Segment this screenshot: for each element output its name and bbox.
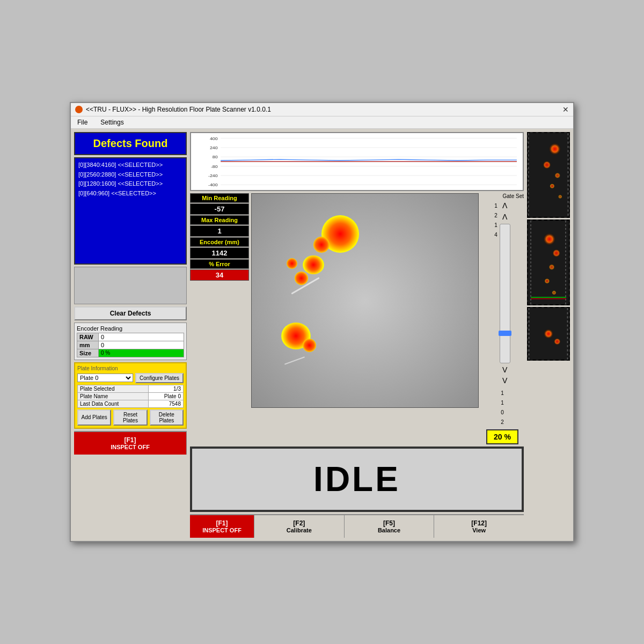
encoder-mm-value: 0 [99, 341, 184, 349]
title-bar: <<TRU - FLUX>> - High Resolution Floor P… [71, 103, 573, 116]
window-title: <<TRU - FLUX>> - High Resolution Floor P… [86, 106, 271, 113]
plate-grid: Plate Selected 1/3 Plate Name Plate 0 La… [77, 385, 184, 408]
error-value: 34 [190, 269, 249, 281]
gate-num-2: 2 [494, 211, 497, 221]
defects-header: Defects Found [74, 132, 187, 155]
f2-key: [F2] [257, 519, 342, 527]
defect-spot-1b [313, 237, 330, 253]
gate-label: Gate Set [481, 193, 524, 199]
center-panel: 400 240 80 -80 -240 -400 Min Reading [190, 132, 524, 538]
f1-button-bottom[interactable]: [F1] INSPECT OFF [190, 515, 254, 538]
f12-button[interactable]: [F12] View [434, 515, 524, 538]
svg-point-17 [550, 184, 555, 189]
gate-num-b2: 1 [501, 398, 504, 408]
f1-label: INSPECT OFF [76, 444, 184, 450]
svg-point-33 [554, 338, 561, 345]
right-thumb-middle [527, 219, 570, 305]
f1-inspect-button[interactable]: [F1] INSPECT OFF [74, 432, 187, 455]
defect-item-0[interactable]: [0][3840:4160] <<SELECTED>> [78, 160, 182, 170]
defect-item-3[interactable]: [0][640:960] <<SELECTED>> [78, 189, 182, 199]
max-reading-label: Max Reading [190, 215, 249, 225]
scan-image [251, 193, 479, 408]
min-reading-value: -57 [190, 203, 249, 215]
gate-num-1: 1 [494, 201, 497, 211]
defect-spot-2 [303, 255, 324, 274]
f1-key-bottom: [F1] [192, 519, 252, 527]
gate-slider-thumb[interactable] [499, 331, 511, 336]
plate-select-row: Plate 0 Configure Plates [77, 373, 184, 383]
left-panel: Defects Found [0][3840:4160] <<SELECTED>… [74, 132, 187, 538]
plate-info-label: Plate Information [77, 365, 184, 371]
add-plates-button[interactable]: Add Plates [77, 409, 111, 426]
svg-point-14 [548, 143, 561, 156]
defect-item-2[interactable]: [0][1280:1600] <<SELECTED>> [78, 179, 182, 189]
gate-up-arrow2[interactable]: Λ [502, 213, 507, 222]
encoder-size-label: Size [77, 349, 99, 357]
bottom-func-bar: [F1] INSPECT OFF [F2] Calibrate [F5] Bal… [190, 514, 524, 538]
defect-spot-3 [295, 272, 308, 285]
f5-key: [F5] [347, 519, 432, 527]
gate-up-arrow1[interactable]: Λ [502, 201, 507, 210]
defect-item-1[interactable]: [0][2560:2880] <<SELECTED>> [78, 170, 182, 180]
svg-rect-13 [528, 133, 568, 217]
title-bar-left: <<TRU - FLUX>> - High Resolution Floor P… [75, 106, 271, 113]
gate-num-4: 4 [494, 230, 497, 240]
plate-selected-label: Plate Selected [78, 385, 149, 392]
max-reading-value: 1 [190, 225, 249, 237]
right-thumb-top-svg [528, 133, 569, 217]
svg-point-15 [543, 160, 551, 169]
encoder-raw-label: RAW [77, 333, 99, 341]
gate-down-arrow1[interactable]: V [502, 365, 507, 375]
f2-button[interactable]: [F2] Calibrate [254, 515, 345, 538]
gate-panel: Gate Set 1 2 1 4 Λ Λ [481, 193, 524, 444]
svg-point-24 [548, 264, 555, 270]
svg-point-32 [543, 328, 553, 339]
gate-down-arrow2[interactable]: V [502, 376, 507, 385]
gate-num-b4: 2 [501, 418, 504, 427]
encoder-row-mm: mm 0 [77, 341, 184, 349]
last-data-label: Last Data Count [78, 400, 149, 407]
defects-list[interactable]: [0][3840:4160] <<SELECTED>> [0][2560:288… [74, 157, 187, 265]
close-button[interactable]: ✕ [562, 105, 569, 114]
reset-plates-button[interactable]: Reset Plates [113, 409, 147, 426]
svg-text:-240: -240 [208, 173, 218, 178]
menu-settings[interactable]: Settings [98, 118, 126, 127]
right-thumb-bottom-svg [528, 308, 569, 360]
idle-display: IDLE [190, 447, 524, 512]
f5-button[interactable]: [F5] Balance [345, 515, 435, 538]
configure-plates-button[interactable]: Configure Plates [135, 373, 184, 383]
error-label: % Error [190, 259, 249, 269]
encoder-row-size: Size 0 % [77, 349, 184, 357]
plate-selected-value: 1/3 [148, 385, 183, 392]
f5-label: Balance [347, 527, 432, 533]
defect-spot-2b [287, 258, 297, 269]
plate-grid-row-0: Plate Selected 1/3 [78, 385, 184, 392]
svg-point-16 [554, 172, 561, 179]
encoder-section: Encoder Reading RAW 0 mm 0 Size 0 % [74, 323, 187, 360]
main-content: Defects Found [0][3840:4160] <<SELECTED>… [71, 129, 573, 541]
svg-text:240: 240 [210, 145, 218, 150]
gate-numbers-bottom: 1 1 0 2 [501, 389, 504, 427]
svg-point-18 [558, 194, 562, 199]
menu-file[interactable]: File [75, 118, 90, 127]
f12-key: [F12] [436, 519, 522, 527]
delete-plates-button[interactable]: Delete Plates [150, 409, 184, 426]
clear-defects-button[interactable]: Clear Defects [74, 306, 187, 320]
plate-info-panel: Plate Information Plate 0 Configure Plat… [74, 362, 187, 429]
percent-display: 20 % [486, 429, 518, 444]
gate-num-b1: 1 [501, 389, 504, 398]
svg-point-26 [552, 290, 557, 295]
encoder-mm-label: mm [77, 341, 99, 349]
gate-slider[interactable] [500, 224, 510, 363]
scan-background [252, 194, 478, 407]
plate-action-row: Add Plates Reset Plates Delete Plates [77, 409, 184, 426]
svg-text:400: 400 [210, 136, 218, 141]
svg-point-23 [552, 249, 561, 258]
svg-text:-400: -400 [208, 183, 218, 187]
encoder-size-value: 0 % [99, 349, 184, 357]
gate-num-3: 1 [494, 221, 497, 230]
chart-area: 400 240 80 -80 -240 -400 [190, 132, 524, 191]
defects-extra-area [74, 267, 187, 304]
encoder-raw-value: 0 [99, 333, 184, 341]
plate-select[interactable]: Plate 0 [77, 374, 133, 382]
